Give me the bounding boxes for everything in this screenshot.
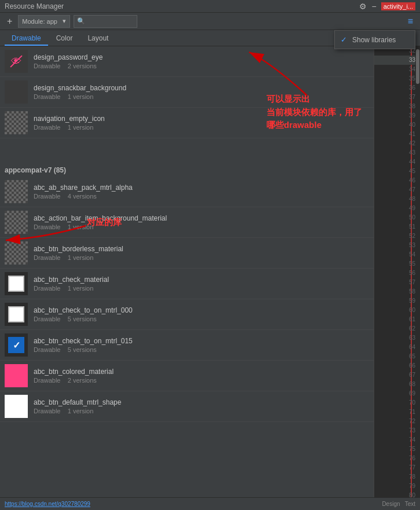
line-num: 78 (374, 472, 420, 482)
line-num: 65 (374, 352, 420, 361)
line-num: 70 (374, 398, 420, 408)
main-container: 👁 design_password_eye Drawable 2 version… (0, 46, 420, 510)
tab-color[interactable]: Color (49, 32, 80, 46)
dropdown-arrow-icon: ▾ (63, 17, 66, 25)
line-num: 57 (374, 278, 420, 287)
line-numbers: 3233343536373839404142434445464748495051… (374, 46, 420, 510)
list-item[interactable]: 👁 design_password_eye Drawable 2 version… (0, 46, 374, 77)
resource-name: abc_btn_colored_material (34, 368, 369, 376)
module-label: Module: app (22, 18, 57, 25)
show-libraries-item[interactable]: ✓ Show libraries (335, 33, 415, 46)
module-dropdown[interactable]: Module: app ▾ (18, 15, 70, 28)
minimize-icon[interactable]: − (371, 2, 376, 11)
resource-name: design_snackbar_background (34, 84, 369, 92)
scrollbar-track[interactable] (415, 46, 420, 510)
drawable-thumb (5, 303, 28, 326)
line-num: 42 (374, 139, 420, 148)
list-item[interactable]: abc_btn_colored_material Drawable 2 vers… (0, 361, 374, 391)
line-num: 56 (374, 269, 420, 278)
resource-name: abc_btn_default_mtrl_shape (34, 398, 369, 406)
resource-info: abc_btn_check_material Drawable 1 versio… (34, 276, 369, 292)
tab-drawable[interactable]: Drawable (5, 32, 48, 46)
resource-name: design_password_eye (34, 53, 369, 61)
resource-name: abc_btn_check_to_on_mtrl_015 (34, 337, 369, 345)
line-num: 43 (374, 148, 420, 157)
resource-name: abc_ab_share_pack_mtrl_alpha (34, 184, 369, 192)
line-num: 44 (374, 157, 420, 167)
resource-name: abc_action_bar_item_background_material (34, 214, 369, 222)
resource-list[interactable]: 👁 design_password_eye Drawable 2 version… (0, 46, 374, 510)
resource-meta: Drawable 1 version (34, 254, 369, 261)
list-item[interactable]: navigation_empty_icon Drawable 1 version (0, 108, 374, 138)
drawable-thumb (5, 272, 28, 295)
line-num: 34 (374, 65, 420, 74)
line-num: 71 (374, 408, 420, 417)
right-panel: 3233343536373839404142434445464748495051… (374, 46, 420, 510)
spacer (0, 138, 374, 162)
line-num: 79 (374, 482, 420, 491)
line-num: 75 (374, 445, 420, 454)
list-item[interactable]: abc_btn_default_mtrl_shape Drawable 1 ve… (0, 391, 374, 422)
scrollbar-thumb[interactable] (416, 49, 419, 84)
line-num: 66 (374, 361, 420, 370)
search-input[interactable] (74, 15, 137, 28)
list-item[interactable]: abc_btn_check_to_on_mtrl_015 Drawable 5 … (0, 330, 374, 361)
add-resource-button[interactable]: + (5, 15, 14, 28)
resource-info: abc_btn_check_to_on_mtrl_015 Drawable 5 … (34, 337, 369, 353)
title-bar-text: Resource Manager (5, 2, 64, 10)
resource-meta: Drawable 1 version (34, 223, 369, 230)
bottom-tabs: Design Text (382, 501, 415, 507)
line-num: 72 (374, 417, 420, 426)
tab-layout[interactable]: Layout (81, 32, 115, 46)
line-num: 38 (374, 102, 420, 111)
list-item[interactable]: abc_btn_borderless_material Drawable 1 v… (0, 238, 374, 269)
check-empty-thumb (8, 306, 24, 322)
line-num: 61 (374, 315, 420, 324)
drawable-thumb (5, 333, 28, 357)
line-num: 74 (374, 435, 420, 445)
line-num: 54 (374, 250, 420, 259)
resource-meta: Drawable 1 version (34, 93, 369, 100)
resource-info: abc_btn_borderless_material Drawable 1 v… (34, 245, 369, 261)
line-num: 51 (374, 222, 420, 232)
resource-info: abc_btn_default_mtrl_shape Drawable 1 ve… (34, 398, 369, 414)
resource-info: abc_btn_colored_material Drawable 2 vers… (34, 368, 369, 384)
line-num: 58 (374, 287, 420, 296)
bottom-link[interactable]: https://blog.csdn.net/q302780299 (5, 501, 90, 507)
resource-info: abc_btn_check_to_on_mtrl_000 Drawable 5 … (34, 306, 369, 322)
line-num: 76 (374, 454, 420, 463)
resource-name: abc_btn_check_material (34, 276, 369, 284)
line-num: 73 (374, 426, 420, 435)
line-num: 62 (374, 324, 420, 333)
drawable-thumb (5, 80, 28, 104)
line-num: 39 (374, 111, 420, 120)
line-num: 53 (374, 241, 420, 250)
resource-info: abc_action_bar_item_background_material … (34, 214, 369, 230)
resource-name: navigation_empty_icon (34, 115, 369, 123)
filter-button[interactable]: ≡ (406, 15, 415, 28)
line-num: 67 (374, 370, 420, 380)
gear-icon[interactable]: ⚙ (359, 2, 367, 11)
drawable-thumb (5, 211, 28, 234)
checkmark-icon: ✓ (341, 35, 349, 44)
list-item[interactable]: abc_btn_check_material Drawable 1 versio… (0, 269, 374, 299)
drawable-thumb: 👁 (5, 50, 28, 73)
editor-tab-icon[interactable]: activity_i... (381, 2, 415, 10)
resource-meta: Drawable 5 versions (34, 315, 369, 322)
list-item[interactable]: abc_btn_check_to_on_mtrl_000 Drawable 5 … (0, 299, 374, 330)
drawable-thumb (5, 241, 28, 265)
line-num: 64 (374, 343, 420, 352)
resource-meta: Drawable 5 versions (34, 346, 369, 353)
search-wrapper: 🔍 (74, 15, 137, 28)
drawable-thumb (5, 180, 28, 203)
list-item[interactable]: design_snackbar_background Drawable 1 ve… (0, 77, 374, 108)
toolbar: + Module: app ▾ 🔍 ≡ (0, 13, 420, 30)
resource-meta: Drawable 2 versions (34, 63, 369, 69)
drawable-thumb (5, 364, 28, 387)
list-item[interactable]: abc_ab_share_pack_mtrl_alpha Drawable 4 … (0, 177, 374, 207)
line-num: 41 (374, 130, 420, 139)
list-item[interactable]: abc_action_bar_item_background_material … (0, 207, 374, 238)
line-num: 59 (374, 296, 420, 306)
line-num: 77 (374, 463, 420, 472)
resource-name: abc_btn_check_to_on_mtrl_000 (34, 306, 369, 314)
